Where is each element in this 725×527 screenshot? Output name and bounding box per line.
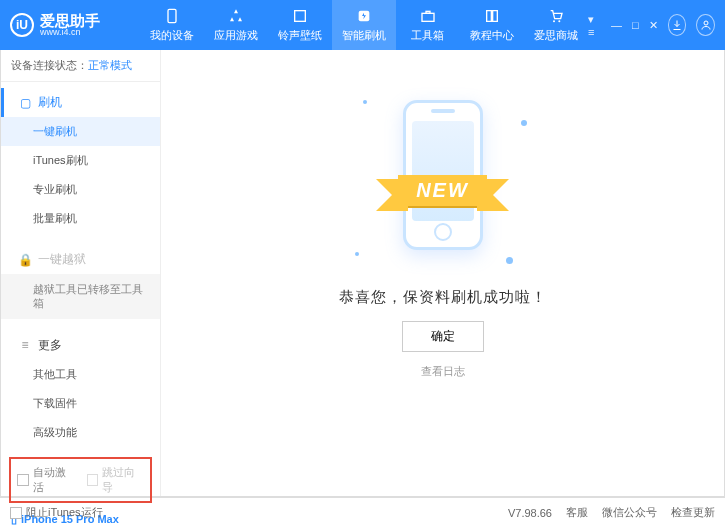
group-label: 更多 [38,337,62,354]
logo-icon: iU [10,13,34,37]
footer-link-wechat[interactable]: 微信公众号 [602,505,657,520]
sidebar-item-batch-flash[interactable]: 批量刷机 [1,204,160,233]
checkbox-icon [17,474,29,486]
apps-icon [227,7,245,25]
lock-icon: 🔒 [18,253,32,267]
nav-label: 工具箱 [411,28,444,43]
nav-store[interactable]: 爱思商城 [524,0,588,50]
ok-button[interactable]: 确定 [402,321,484,352]
checkbox-skip-guide[interactable]: 跳过向导 [87,465,145,495]
nav-label: 教程中心 [470,28,514,43]
nav-label: 铃声壁纸 [278,28,322,43]
status-value: 正常模式 [88,59,132,71]
nav-label: 我的设备 [150,28,194,43]
footer-link-update[interactable]: 检查更新 [671,505,715,520]
view-log-link[interactable]: 查看日志 [421,364,465,379]
brand: iU 爱思助手 www.i4.cn [10,13,140,37]
sidebar: 设备连接状态：正常模式 ▢ 刷机 一键刷机 iTunes刷机 专业刷机 批量刷机… [1,50,161,496]
cart-icon [547,7,565,25]
nav-label: 智能刷机 [342,28,386,43]
group-label: 一键越狱 [38,251,86,268]
sidebar-item-oneclick-flash[interactable]: 一键刷机 [1,117,160,146]
menu-icon[interactable]: ▾ ≡ [588,13,601,38]
footer-link-support[interactable]: 客服 [566,505,588,520]
sidebar-group-flash[interactable]: ▢ 刷机 [1,88,160,117]
nav-toolbox[interactable]: 工具箱 [396,0,460,50]
checkbox-label: 自动激活 [33,465,75,495]
titlebar: iU 爱思助手 www.i4.cn 我的设备 应用游戏 铃声壁纸 智能刷机 工具… [0,0,725,50]
checkbox-block-itunes[interactable]: 阻止iTunes运行 [10,505,103,520]
svg-rect-4 [426,11,430,13]
sidebar-group-more[interactable]: ≡ 更多 [1,331,160,360]
success-message: 恭喜您，保资料刷机成功啦！ [339,288,547,307]
book-icon [483,7,501,25]
nav-my-device[interactable]: 我的设备 [140,0,204,50]
nav-tutorials[interactable]: 教程中心 [460,0,524,50]
nav-label: 爱思商城 [534,28,578,43]
connection-status: 设备连接状态：正常模式 [1,50,160,82]
brand-title: 爱思助手 [40,13,100,28]
close-icon[interactable]: ✕ [649,19,658,32]
group-label: 刷机 [38,94,62,111]
svg-rect-0 [168,9,176,22]
maximize-icon[interactable]: □ [632,19,639,31]
checkbox-label: 跳过向导 [102,465,144,495]
svg-point-6 [558,20,560,22]
sidebar-item-pro-flash[interactable]: 专业刷机 [1,175,160,204]
brand-url: www.i4.cn [40,28,100,37]
flash-options-highlight: 自动激活 跳过向导 [9,457,152,503]
sidebar-item-advanced[interactable]: 高级功能 [1,418,160,447]
checkbox-icon [87,474,99,486]
status-label: 设备连接状态： [11,59,88,71]
version-label: V7.98.66 [508,507,552,519]
flash-icon [355,7,373,25]
svg-point-5 [553,20,555,22]
svg-point-7 [704,21,708,25]
sidebar-group-jailbreak: 🔒 一键越狱 [1,245,160,274]
nav-apps[interactable]: 应用游戏 [204,0,268,50]
sidebar-item-itunes-flash[interactable]: iTunes刷机 [1,146,160,175]
account-button[interactable] [696,14,715,36]
new-ribbon: NEW [398,175,487,206]
nav-ringtones[interactable]: 铃声壁纸 [268,0,332,50]
minimize-icon[interactable]: — [611,19,622,31]
checkbox-auto-activate[interactable]: 自动激活 [17,465,75,495]
nav-flash[interactable]: 智能刷机 [332,0,396,50]
window-controls: ▾ ≡ — □ ✕ [588,13,715,38]
checkbox-icon [10,507,22,519]
download-button[interactable] [668,14,687,36]
nav-label: 应用游戏 [214,28,258,43]
sidebar-item-other-tools[interactable]: 其他工具 [1,360,160,389]
more-icon: ≡ [18,338,32,352]
sidebar-item-download-firmware[interactable]: 下载固件 [1,389,160,418]
success-illustration: NEW [353,90,533,270]
toolbox-icon [419,7,437,25]
svg-rect-1 [295,11,306,22]
phone-small-icon: ▢ [18,96,32,110]
jailbreak-note: 越狱工具已转移至工具箱 [1,274,160,319]
main-panel: NEW 恭喜您，保资料刷机成功啦！ 确定 查看日志 [161,50,724,496]
top-nav: 我的设备 应用游戏 铃声壁纸 智能刷机 工具箱 教程中心 爱思商城 [140,0,588,50]
checkbox-label: 阻止iTunes运行 [26,505,103,520]
svg-rect-3 [422,13,434,21]
wallpaper-icon [291,7,309,25]
phone-icon [163,7,181,25]
